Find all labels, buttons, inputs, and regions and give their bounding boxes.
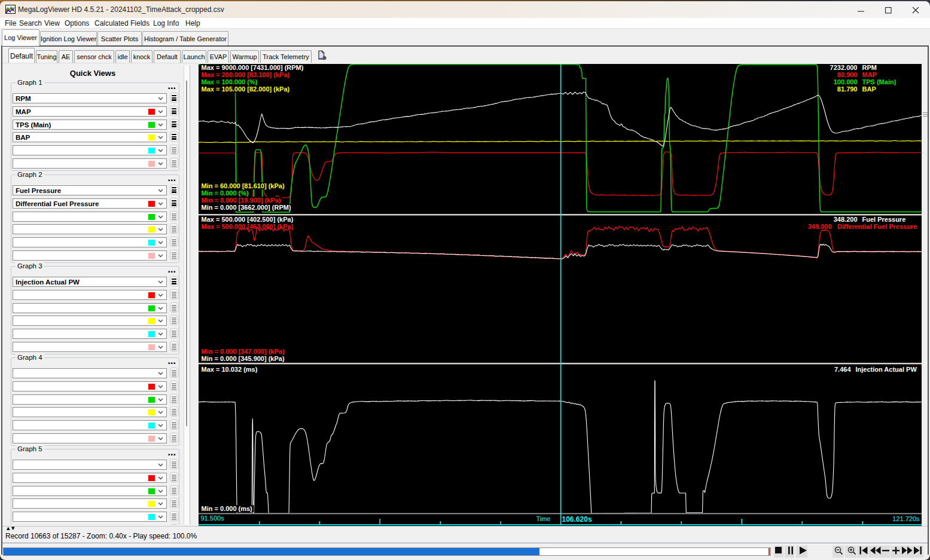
- svg-text:Max = 105.000 [82.000] (kPa): Max = 105.000 [82.000] (kPa): [201, 85, 289, 93]
- svg-text:Max = 200.000 [83.100] (kPa): Max = 200.000 [83.100] (kPa): [201, 71, 289, 78]
- svg-text:Min = 0.000 [347.000] (kPa): Min = 0.000 [347.000] (kPa): [201, 348, 284, 355]
- svg-text:348.200: 348.200: [833, 216, 857, 223]
- svg-text:TPS (Main): TPS (Main): [862, 78, 896, 85]
- svg-text:Max = 500.000 [463.000] (kPa): Max = 500.000 [463.000] (kPa): [201, 223, 293, 230]
- svg-text:Min = 0.000 [3662.000] (RPM): Min = 0.000 [3662.000] (RPM): [201, 204, 291, 211]
- svg-text:Injection Actual PW: Injection Actual PW: [855, 366, 917, 373]
- svg-text:7.464: 7.464: [834, 366, 850, 373]
- svg-text:349.000: 349.000: [807, 223, 831, 230]
- svg-text:80.900: 80.900: [837, 71, 857, 78]
- svg-text:Min = 0.000 (%): Min = 0.000 (%): [201, 189, 249, 197]
- svg-text:Max = 9000.000 [7431.000] (RPM: Max = 9000.000 [7431.000] (RPM): [201, 64, 303, 71]
- svg-text:Max = 100.000 (%): Max = 100.000 (%): [201, 78, 257, 85]
- svg-text:Min = 0.000 (ms): Min = 0.000 (ms): [201, 505, 252, 512]
- svg-text:81.790: 81.790: [837, 85, 857, 93]
- svg-text:Time: Time: [536, 515, 550, 522]
- svg-text:Min = 0.000 [19.900] (kPa): Min = 0.000 [19.900] (kPa): [201, 197, 280, 204]
- svg-text:Min = 60.000 [81.610] (kPa): Min = 60.000 [81.610] (kPa): [201, 182, 284, 189]
- svg-text:100.000: 100.000: [833, 78, 857, 85]
- svg-text:Differential Fuel Pressure: Differential Fuel Pressure: [837, 223, 917, 230]
- svg-text:RPM: RPM: [862, 64, 876, 71]
- svg-text:BAP: BAP: [862, 85, 876, 93]
- svg-text:Min = 0.000 [345.900] (kPa): Min = 0.000 [345.900] (kPa): [201, 355, 284, 362]
- svg-text:Fuel Pressure: Fuel Pressure: [862, 216, 905, 223]
- svg-text:106.620s: 106.620s: [562, 515, 591, 524]
- svg-text:MAP: MAP: [862, 71, 876, 78]
- svg-text:Max = 500.000 [402.500] (kPa): Max = 500.000 [402.500] (kPa): [201, 216, 293, 223]
- svg-text:7232.000: 7232.000: [830, 64, 857, 71]
- svg-text:91.500s: 91.500s: [200, 515, 224, 522]
- svg-text:121.720s: 121.720s: [892, 515, 920, 522]
- svg-text:Max = 10.032 (ms): Max = 10.032 (ms): [201, 366, 257, 373]
